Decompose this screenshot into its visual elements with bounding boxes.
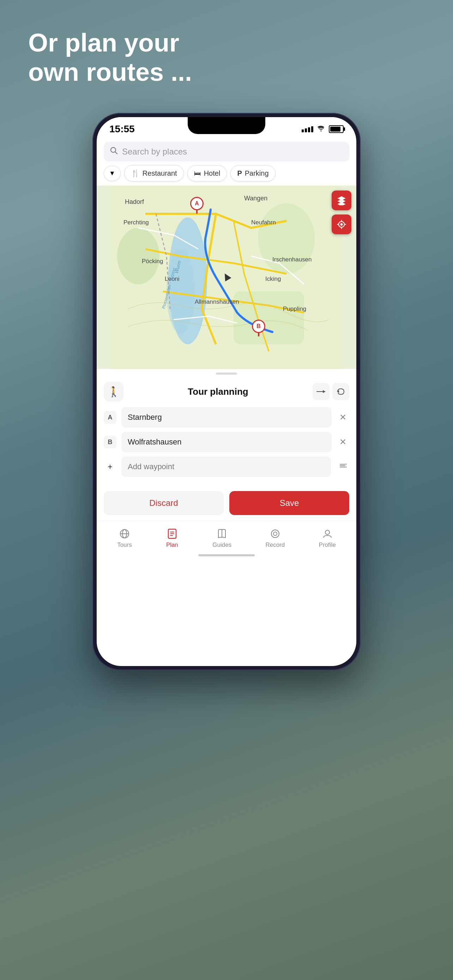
waypoint-a-input[interactable]: Starnberg <box>121 407 332 428</box>
svg-text:Allmannshausen: Allmannshausen <box>195 298 239 305</box>
home-indicator <box>97 551 356 561</box>
tours-icon <box>118 527 131 540</box>
drag-handle[interactable] <box>97 369 356 377</box>
signal-icon <box>302 126 313 132</box>
record-label: Record <box>265 541 285 549</box>
svg-text:Pöcking: Pöcking <box>142 258 163 264</box>
search-placeholder: Search by places <box>122 147 187 157</box>
discard-button[interactable]: Discard <box>104 491 224 515</box>
waypoint-b-label: B <box>104 436 116 449</box>
profile-icon <box>321 527 334 540</box>
hero-line1: Or plan your <box>28 28 192 57</box>
panel-header: 🚶 Tour planning <box>104 377 349 407</box>
waypoint-b-remove[interactable]: ✕ <box>337 434 349 450</box>
guides-label: Guides <box>212 541 231 549</box>
wifi-icon <box>317 124 325 134</box>
map-area[interactable]: Hadorf Wangen Perchting Neufahrn Pöcking… <box>97 186 356 369</box>
svg-point-34 <box>271 530 279 538</box>
phone-inner: 15:55 <box>97 117 356 666</box>
add-waypoint-input[interactable]: Add waypoint <box>121 457 331 477</box>
status-bar: 15:55 <box>97 117 356 138</box>
svg-point-5 <box>117 228 159 284</box>
search-icon <box>110 147 118 157</box>
nav-plan[interactable]: Plan <box>160 525 184 551</box>
filter-chip-hotel[interactable]: 🛏 Hotel <box>188 165 227 181</box>
svg-point-21 <box>340 223 343 226</box>
bottom-nav: Tours Plan <box>97 521 356 551</box>
waypoint-a-label: A <box>104 411 116 424</box>
nav-guides[interactable]: Guides <box>207 525 237 551</box>
panel-actions <box>313 383 349 400</box>
waypoint-b-row: B Wolfratshausen ✕ <box>104 432 349 452</box>
panel-title: Tour planning <box>188 386 248 397</box>
svg-text:Hadorf: Hadorf <box>125 198 144 205</box>
svg-line-1 <box>115 152 118 154</box>
search-bar[interactable]: Search by places <box>104 142 349 162</box>
nav-tours[interactable]: Tours <box>111 525 138 551</box>
filter-expand-button[interactable]: ▼ <box>104 166 121 181</box>
filter-chip-parking[interactable]: P Parking <box>230 165 275 181</box>
svg-text:Icking: Icking <box>265 275 281 282</box>
add-waypoint-icon: + <box>104 460 116 473</box>
svg-text:Neufahrn: Neufahrn <box>251 219 276 226</box>
tours-label: Tours <box>117 541 132 549</box>
notch <box>188 117 265 134</box>
svg-marker-24 <box>323 390 326 393</box>
waypoint-a-row: A Starnberg ✕ <box>104 407 349 428</box>
filter-chip-restaurant[interactable]: 🍴 Restaurant <box>124 165 184 181</box>
layers-button[interactable] <box>332 191 351 210</box>
svg-text:Puppling: Puppling <box>283 305 306 312</box>
location-button[interactable] <box>332 215 351 234</box>
svg-text:Irschenhausen: Irschenhausen <box>272 256 312 263</box>
plan-label: Plan <box>166 541 178 549</box>
battery-icon <box>329 125 343 133</box>
svg-point-35 <box>273 532 277 536</box>
pin-a[interactable]: A <box>190 197 203 214</box>
action-buttons: Discard Save <box>97 486 356 521</box>
guides-icon <box>216 527 228 540</box>
waypoint-a-remove[interactable]: ✕ <box>337 410 349 425</box>
nav-record[interactable]: Record <box>260 525 290 551</box>
add-waypoint-row: + Add waypoint <box>104 457 349 477</box>
walker-icon: 🚶 <box>104 382 124 401</box>
route-straight-button[interactable] <box>313 383 329 400</box>
svg-point-6 <box>258 203 315 274</box>
tour-panel: 🚶 Tour planning <box>97 377 356 486</box>
plan-icon <box>166 527 178 540</box>
map-svg: Hadorf Wangen Perchting Neufahrn Pöcking… <box>97 186 356 369</box>
hero-line2: own routes ... <box>28 57 192 87</box>
svg-text:Perchting: Perchting <box>124 219 149 226</box>
status-icons <box>302 124 343 134</box>
phone-frame: 15:55 <box>92 113 361 670</box>
svg-text:Wangen: Wangen <box>244 195 267 202</box>
profile-label: Profile <box>319 541 336 549</box>
nav-profile[interactable]: Profile <box>313 525 342 551</box>
save-button[interactable]: Save <box>229 491 349 515</box>
pin-b[interactable]: B <box>252 320 265 337</box>
record-icon <box>269 527 281 540</box>
filter-chips: ▼ 🍴 Restaurant 🛏 Hotel P Parking <box>97 165 356 186</box>
svg-point-36 <box>325 530 329 535</box>
waypoint-b-input[interactable]: Wolfratshausen <box>121 432 332 452</box>
reorder-icon[interactable] <box>336 459 349 474</box>
route-loop-button[interactable] <box>332 383 349 400</box>
status-time: 15:55 <box>110 124 135 135</box>
hero-text: Or plan your own routes ... <box>28 28 192 87</box>
